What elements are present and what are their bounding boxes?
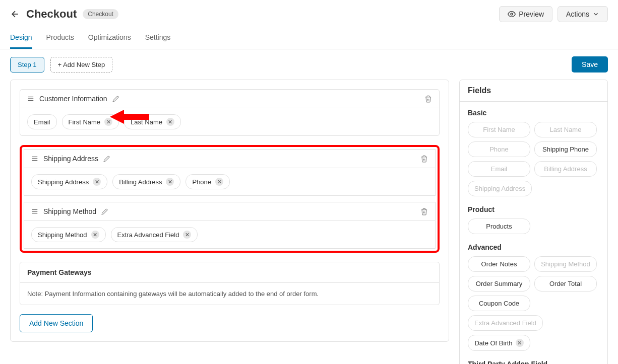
field-shipping-phone[interactable]: Shipping Phone — [534, 141, 597, 157]
field-order-notes[interactable]: Order Notes — [468, 256, 530, 272]
field-chip-billing-address[interactable]: Billing Address✕ — [112, 174, 180, 189]
drag-handle-icon[interactable] — [31, 208, 38, 215]
edit-icon[interactable] — [103, 156, 110, 162]
fields-group-product: Product — [468, 205, 599, 213]
remove-icon[interactable]: ✕ — [166, 118, 174, 126]
fields-group-advanced: Advanced — [468, 243, 599, 251]
field-first-name: First Name — [468, 122, 530, 137]
tab-products[interactable]: Products — [46, 28, 74, 49]
svg-point-1 — [511, 13, 513, 15]
section-title: Shipping Address — [43, 155, 98, 163]
preview-label: Preview — [519, 10, 544, 18]
drag-handle-icon[interactable] — [31, 155, 38, 162]
section-title: Shipping Method — [43, 207, 96, 215]
fields-group-basic: Basic — [468, 109, 599, 117]
remove-icon[interactable]: ✕ — [516, 339, 524, 347]
field-products[interactable]: Products — [468, 219, 530, 234]
field-chip-shipping-address[interactable]: Shipping Address✕ — [31, 174, 107, 189]
add-new-step-button[interactable]: + Add New Step — [50, 57, 113, 72]
tab-optimizations[interactable]: Optimizations — [88, 28, 131, 49]
remove-icon[interactable]: ✕ — [104, 118, 112, 126]
remove-icon[interactable]: ✕ — [183, 231, 191, 239]
field-extra-advanced: Extra Advanced Field — [468, 315, 543, 331]
actions-label: Actions — [566, 10, 589, 18]
remove-icon[interactable]: ✕ — [166, 178, 174, 186]
field-shipping-address: Shipping Address — [468, 181, 532, 196]
field-chip-phone[interactable]: Phone✕ — [186, 174, 230, 189]
field-coupon-code[interactable]: Coupon Code — [468, 296, 530, 311]
drag-handle-icon[interactable] — [27, 95, 34, 102]
back-arrow-icon[interactable] — [10, 9, 20, 19]
field-order-summary[interactable]: Order Summary — [468, 276, 530, 292]
field-chip-shipping-method[interactable]: Shipping Method✕ — [31, 227, 106, 242]
remove-icon[interactable]: ✕ — [91, 231, 99, 239]
fields-group-third-party: Third Party Addon Field — [468, 360, 599, 364]
tab-design[interactable]: Design — [10, 28, 32, 49]
section-payment-gateways: Payment Gateways Note: Payment Informati… — [20, 262, 440, 305]
section-shipping-method: Shipping Method Shipping Method✕ Extra A… — [24, 202, 436, 249]
payment-note: Note: Payment Information containing gat… — [20, 283, 439, 305]
eye-icon — [508, 10, 516, 18]
section-title: Payment Gateways — [20, 262, 439, 283]
delete-icon[interactable] — [424, 95, 432, 103]
section-customer-information: Customer Information Email First Name✕ L… — [20, 89, 440, 136]
remove-icon[interactable]: ✕ — [93, 178, 101, 186]
field-date-of-birth[interactable]: Date Of Birth✕ — [468, 335, 530, 351]
form-builder-panel: Customer Information Email First Name✕ L… — [10, 80, 449, 342]
remove-icon[interactable]: ✕ — [215, 178, 223, 186]
save-button[interactable]: Save — [572, 56, 608, 72]
section-title: Customer Information — [39, 95, 107, 103]
fields-panel-title: Fields — [460, 80, 607, 102]
fields-panel: Fields Basic First Name Last Name Phone … — [459, 80, 608, 364]
step-1-button[interactable]: Step 1 — [10, 57, 44, 72]
delete-icon[interactable] — [420, 208, 428, 215]
field-chip-email[interactable]: Email — [27, 114, 57, 129]
page-title: Checkout — [26, 8, 77, 21]
field-phone: Phone — [468, 141, 530, 157]
add-new-section-button[interactable]: Add New Section — [20, 314, 93, 332]
actions-button[interactable]: Actions — [558, 6, 608, 22]
preview-button[interactable]: Preview — [499, 6, 552, 22]
page-type-badge: Checkout — [83, 9, 118, 19]
edit-icon[interactable] — [112, 96, 119, 102]
field-email: Email — [468, 161, 530, 177]
tab-settings[interactable]: Settings — [145, 28, 171, 49]
field-chip-last-name[interactable]: Last Name✕ — [124, 114, 181, 129]
chevron-down-icon — [592, 11, 599, 18]
section-shipping-address: Shipping Address Shipping Address✕ Billi… — [24, 149, 436, 196]
field-billing-address: Billing Address — [534, 161, 597, 177]
highlighted-region: Shipping Address Shipping Address✕ Billi… — [20, 145, 440, 253]
field-last-name: Last Name — [534, 122, 597, 137]
field-chip-first-name[interactable]: First Name✕ — [62, 114, 119, 129]
field-chip-extra-advanced[interactable]: Extra Advanced Field✕ — [111, 227, 198, 242]
delete-icon[interactable] — [420, 155, 428, 163]
field-shipping-method: Shipping Method — [534, 256, 597, 272]
edit-icon[interactable] — [101, 208, 108, 215]
field-order-total[interactable]: Order Total — [534, 276, 597, 292]
